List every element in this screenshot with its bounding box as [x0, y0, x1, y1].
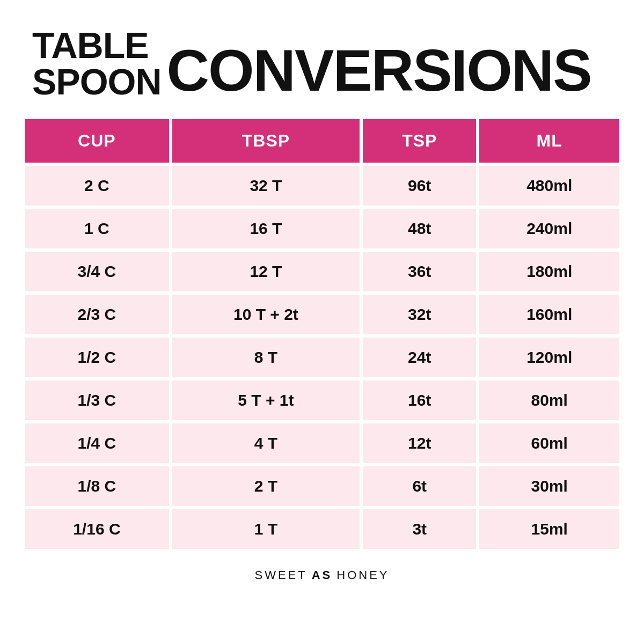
table-cell: 1/4 C [25, 423, 169, 463]
table-cell: 480ml [479, 166, 619, 206]
table-cell: 180ml [479, 252, 619, 291]
table-cell: 15ml [479, 509, 619, 549]
table-cell: 32t [363, 295, 476, 334]
table-cell: 2 T [172, 466, 360, 506]
table-cell: 1/3 C [25, 380, 169, 420]
table-header-row: CUP TBSP TSP ML [25, 119, 619, 163]
table-cell: 8 T [172, 338, 360, 377]
table-row: 1/8 C2 T6t30ml [25, 466, 619, 506]
table-cell: 12 T [172, 252, 360, 291]
title-conversions: CONVERSIONS [167, 41, 591, 100]
header-cup: CUP [25, 119, 169, 163]
table-row: 1 C16 T48t240ml [25, 209, 619, 248]
table-cell: 1 T [172, 509, 360, 549]
table-cell: 10 T + 2t [172, 295, 360, 334]
table-cell: 36t [363, 252, 476, 291]
table-cell: 6t [363, 466, 476, 506]
table-cell: 2/3 C [25, 295, 169, 334]
table-row: 2 C32 T96t480ml [25, 166, 619, 206]
table-cell: 80ml [479, 380, 619, 420]
table-row: 1/3 C5 T + 1t16t80ml [25, 380, 619, 420]
footer-honey: HONEY [336, 568, 389, 582]
footer: SWEET AS HONEY [254, 568, 389, 582]
table-cell: 16 T [172, 209, 360, 248]
table-cell: 12t [363, 423, 476, 463]
table-row: 1/4 C4 T12t60ml [25, 423, 619, 463]
footer-as: AS [312, 568, 333, 582]
header-tbsp: TBSP [172, 119, 360, 163]
table-row: 2/3 C10 T + 2t32t160ml [25, 295, 619, 334]
table-cell: 240ml [479, 209, 619, 248]
footer-sweet: SWEET [254, 568, 307, 582]
table-cell: 1/2 C [25, 338, 169, 377]
table-row: 1/16 C1 T3t15ml [25, 509, 619, 549]
header-tsp: TSP [363, 119, 476, 163]
table-cell: 30ml [479, 466, 619, 506]
table-cell: 24t [363, 338, 476, 377]
title-section: TABLE SPOON CONVERSIONS [0, 0, 644, 111]
conversion-table: CUP TBSP TSP ML 2 C32 T96t480ml1 C16 T48… [21, 116, 623, 552]
title-left: TABLE SPOON [32, 27, 162, 100]
table-cell: 1/8 C [25, 466, 169, 506]
table-row: 1/2 C8 T24t120ml [25, 338, 619, 377]
table-cell: 96t [363, 166, 476, 206]
table-cell: 1/16 C [25, 509, 169, 549]
table-cell: 32 T [172, 166, 360, 206]
table-cell: 60ml [479, 423, 619, 463]
table-cell: 5 T + 1t [172, 380, 360, 420]
title-table: TABLE [32, 27, 162, 63]
table-cell: 120ml [479, 338, 619, 377]
table-row: 3/4 C12 T36t180ml [25, 252, 619, 291]
table-cell: 160ml [479, 295, 619, 334]
table-cell: 1 C [25, 209, 169, 248]
table-cell: 48t [363, 209, 476, 248]
table-wrapper: CUP TBSP TSP ML 2 C32 T96t480ml1 C16 T48… [21, 116, 623, 552]
table-cell: 4 T [172, 423, 360, 463]
table-cell: 16t [363, 380, 476, 420]
table-cell: 3/4 C [25, 252, 169, 291]
table-cell: 2 C [25, 166, 169, 206]
title-spoon: SPOON [32, 63, 162, 100]
header-ml: ML [479, 119, 619, 163]
table-cell: 3t [363, 509, 476, 549]
